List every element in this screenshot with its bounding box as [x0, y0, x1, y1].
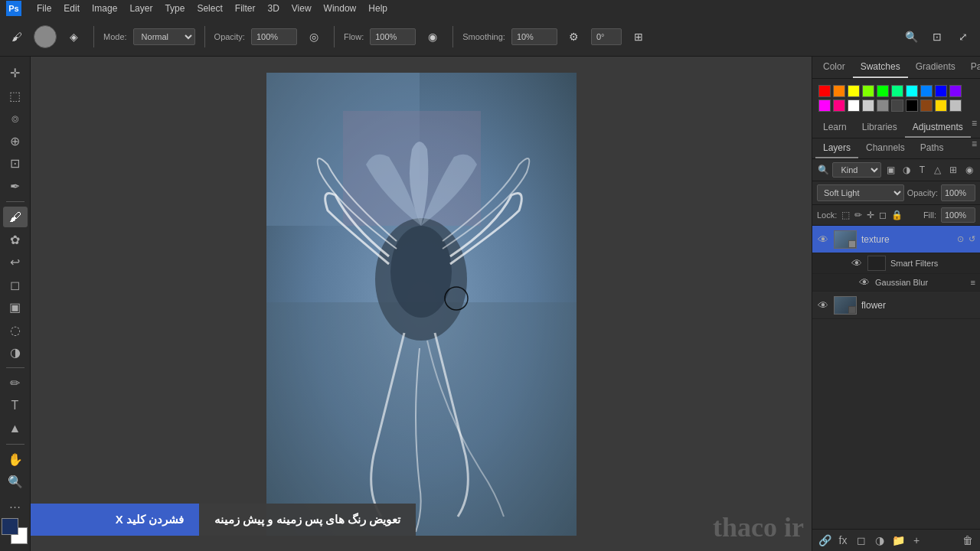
search-layers-icon[interactable]: 🔍 — [817, 162, 829, 178]
history-brush-tool[interactable]: ↩ — [3, 252, 28, 273]
layer-flower[interactable]: 👁 flower — [812, 292, 980, 319]
delete-layer-btn[interactable]: 🗑 — [960, 533, 975, 548]
swatch-blue[interactable] — [920, 85, 933, 97]
fill-input[interactable]: 100% — [941, 207, 975, 223]
text-tool[interactable]: T — [3, 396, 28, 417]
menu-layer[interactable]: Layer — [129, 3, 152, 14]
layout-icon[interactable]: ⤢ — [952, 26, 974, 47]
quick-select-tool[interactable]: ⊕ — [3, 131, 28, 152]
swatch-lime[interactable] — [862, 85, 874, 97]
pen-tool[interactable]: ✏ — [3, 373, 28, 394]
swatch-white[interactable] — [848, 99, 860, 112]
swatch-mint[interactable] — [891, 85, 903, 97]
flower-layer-name[interactable]: flower — [861, 300, 975, 311]
menu-3d[interactable]: 3D — [267, 3, 279, 14]
swatch-silver[interactable] — [949, 99, 962, 112]
add-layer-style-btn[interactable]: fx — [835, 533, 851, 548]
dodge-tool[interactable]: ◑ — [3, 342, 28, 364]
layers-opacity-input[interactable]: 100% — [941, 184, 975, 201]
swatch-light-gray[interactable] — [862, 99, 874, 112]
screen-options-icon[interactable]: ⊡ — [926, 26, 948, 47]
menu-file[interactable]: File — [37, 3, 51, 14]
eraser-tool[interactable]: ◻ — [3, 274, 28, 295]
link-layers-btn[interactable]: 🔗 — [817, 533, 832, 548]
filter-type-select[interactable]: Kind Name Effect Mode — [832, 162, 881, 178]
pressure-flow-icon[interactable]: ◉ — [422, 26, 443, 47]
crop-tool[interactable]: ⊡ — [3, 153, 28, 174]
tab-gradients[interactable]: Gradients — [908, 57, 963, 78]
swatch-yellow[interactable] — [848, 85, 860, 97]
menu-help[interactable]: Help — [368, 3, 387, 14]
texture-visibility-icon[interactable]: 👁 — [817, 233, 829, 246]
swatch-black[interactable] — [906, 99, 918, 112]
new-group-btn[interactable]: 📁 — [890, 533, 906, 548]
swatch-magenta[interactable] — [818, 99, 831, 112]
add-mask-btn[interactable]: ◻ — [854, 533, 869, 548]
gaussian-visibility[interactable]: 👁 — [858, 276, 871, 289]
flow-input[interactable]: 100% — [370, 28, 416, 45]
clone-stamp-tool[interactable]: ✿ — [3, 229, 28, 250]
swatch-dark-blue[interactable] — [935, 85, 947, 97]
move-tool[interactable]: ✛ — [3, 63, 28, 84]
more-tools[interactable]: … — [3, 494, 28, 516]
filter-shape-icon[interactable]: △ — [932, 162, 944, 178]
swatch-cyan[interactable] — [906, 85, 918, 97]
new-layer-btn[interactable]: + — [909, 533, 924, 548]
swatch-gold[interactable] — [935, 99, 947, 112]
hand-tool[interactable]: ✋ — [3, 449, 28, 471]
smart-filter-visibility[interactable]: 👁 — [851, 257, 863, 269]
add-adjustment-btn[interactable]: ◑ — [872, 533, 887, 548]
smoothing-options-icon[interactable]: ⚙ — [564, 26, 585, 47]
blur-tool[interactable]: ◌ — [3, 319, 28, 341]
angle-input[interactable]: 0° — [591, 28, 622, 45]
tab-color[interactable]: Color — [815, 57, 853, 78]
search-icon[interactable]: 🔍 — [900, 26, 922, 47]
sub-panel-more[interactable]: ≡ — [972, 118, 977, 138]
menu-edit[interactable]: Edit — [64, 3, 80, 14]
filter-text-icon[interactable]: T — [916, 162, 928, 178]
canvas-area[interactable]: فشردن کلید X تعویض رنگ های پس زمینه و پی… — [31, 57, 812, 551]
texture-options-icon[interactable]: ↺ — [969, 234, 975, 244]
filter-adjust-icon[interactable]: ◑ — [900, 162, 913, 178]
swatch-purple[interactable] — [949, 85, 962, 97]
swatch-gray[interactable] — [877, 99, 889, 112]
tab-patterns[interactable]: Patterns — [963, 57, 980, 78]
gaussian-options-icon[interactable]: ≡ — [971, 278, 975, 287]
brush-preview[interactable] — [34, 25, 57, 48]
zoom-tool[interactable]: 🔍 — [3, 471, 28, 493]
tab-libraries[interactable]: Libraries — [854, 118, 905, 138]
shape-tool[interactable]: ▲ — [3, 418, 28, 439]
mode-select[interactable]: Normal Multiply Screen Soft Light — [133, 28, 195, 45]
tab-swatches[interactable]: Swatches — [853, 57, 908, 78]
lasso-tool[interactable]: ⌾ — [3, 108, 28, 129]
filter-pixel-icon[interactable]: ▣ — [884, 162, 897, 178]
swatch-red[interactable] — [818, 85, 831, 97]
menu-type[interactable]: Type — [165, 3, 185, 14]
menu-image[interactable]: Image — [92, 3, 117, 14]
flower-visibility-icon[interactable]: 👁 — [817, 299, 829, 311]
gradient-tool[interactable]: ▣ — [3, 297, 28, 318]
tab-learn[interactable]: Learn — [815, 118, 854, 138]
lock-artboard-icon[interactable]: ◻ — [879, 210, 887, 220]
smoothing-input[interactable]: 10% — [511, 28, 557, 45]
filter-smart-icon[interactable]: ⊞ — [947, 162, 959, 178]
lock-position-icon[interactable]: ✏ — [854, 210, 862, 220]
foreground-color[interactable] — [2, 518, 18, 535]
channels-tab[interactable]: Channels — [858, 139, 913, 158]
lock-all-icon[interactable]: 🔒 — [891, 210, 903, 220]
lock-transform-icon[interactable]: ✛ — [867, 210, 874, 220]
menu-filter[interactable]: Filter — [235, 3, 256, 14]
brush-preset-icon[interactable]: 🖌 — [6, 26, 28, 47]
layers-more[interactable]: ≡ — [972, 139, 977, 158]
texture-layer-name[interactable]: texture — [861, 234, 952, 245]
symmetry-icon[interactable]: ⊞ — [628, 26, 649, 47]
menu-view[interactable]: View — [292, 3, 312, 14]
swatch-orange[interactable] — [833, 85, 845, 97]
opacity-input[interactable]: 100% — [251, 28, 297, 45]
menu-window[interactable]: Window — [324, 3, 357, 14]
gaussian-blur-row[interactable]: 👁 Gaussian Blur ≡ — [812, 274, 980, 292]
eyedropper-tool[interactable]: ✒ — [3, 176, 28, 197]
swatch-green[interactable] — [877, 85, 889, 97]
tab-adjustments[interactable]: Adjustments — [905, 118, 971, 138]
pressure-opacity-icon[interactable]: ◎ — [303, 26, 325, 47]
